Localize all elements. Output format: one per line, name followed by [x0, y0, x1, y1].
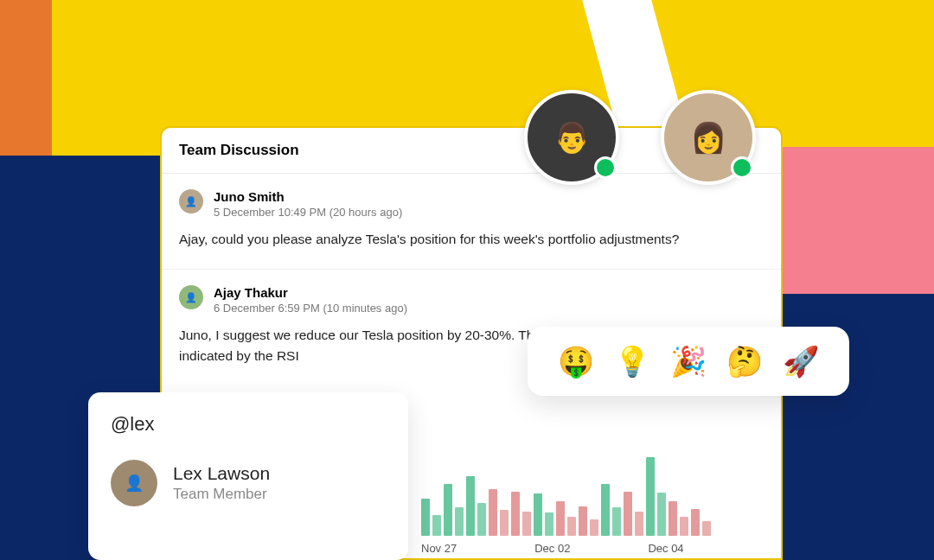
chart-bar: [601, 484, 610, 536]
mention-query[interactable]: @lex: [111, 413, 386, 436]
x-tick: Nov 27: [421, 542, 457, 555]
chart-bar: [511, 492, 520, 536]
chart-bar: [534, 493, 542, 536]
chart-bar: [444, 484, 452, 536]
chart-bar: [556, 501, 565, 536]
chart-bar: [489, 489, 497, 536]
mention-role: Team Member: [173, 486, 270, 503]
chart-bar: [624, 492, 632, 536]
message: 👤 Juno Smith 5 December 10:49 PM (20 hou…: [162, 174, 781, 270]
chart-bar: [680, 517, 688, 536]
chart-bar: [466, 476, 475, 536]
chart-bar: [590, 519, 598, 536]
online-indicator: [594, 156, 617, 179]
chart-bar: [635, 512, 643, 536]
chart-bar: [522, 512, 531, 536]
reaction-money-face-icon[interactable]: 🤑: [558, 344, 594, 379]
chart-bar: [545, 512, 553, 536]
presence-avatar[interactable]: 👨: [524, 90, 619, 185]
chart-bar: [646, 457, 655, 536]
message-timestamp: 6 December 6:59 PM (10 minutes ago): [214, 302, 407, 315]
avatar: 👤: [111, 460, 157, 506]
avatar[interactable]: 👤: [179, 189, 203, 213]
message-author: Juno Smith: [214, 189, 402, 204]
chart-bar: [421, 499, 430, 536]
chart-bar: [567, 517, 576, 536]
message-timestamp: 5 December 10:49 PM (20 hours ago): [214, 206, 402, 219]
chart-bar: [702, 521, 711, 536]
chart-bar: [455, 507, 464, 536]
x-tick: Dec 04: [648, 542, 683, 555]
chart-bar: [432, 515, 441, 536]
reaction-lightbulb-icon[interactable]: 💡: [614, 344, 650, 379]
price-chart: 230.00 220.00 210.00 Nov 27 Dec 02 Dec 0…: [421, 420, 783, 558]
mention-name: Lex Lawson: [173, 463, 270, 484]
avatar[interactable]: 👤: [179, 285, 203, 309]
chart-bar: [579, 506, 587, 536]
chart-bar: [669, 501, 677, 536]
mention-popup: @lex 👤 Lex Lawson Team Member: [88, 392, 408, 560]
reaction-party-popper-icon[interactable]: 🎉: [670, 344, 707, 379]
reaction-picker: 🤑 💡 🎉 🤔 🚀: [528, 327, 849, 396]
x-tick: Dec 02: [534, 542, 570, 555]
mention-result[interactable]: 👤 Lex Lawson Team Member: [111, 460, 386, 506]
message-body: Ajay, could you please analyze Tesla's p…: [179, 229, 764, 250]
message-author: Ajay Thakur: [214, 285, 407, 300]
chart-bar: [691, 509, 700, 536]
reaction-thinking-face-icon[interactable]: 🤔: [726, 344, 763, 379]
reaction-rocket-icon[interactable]: 🚀: [783, 344, 819, 379]
chart-bar: [500, 510, 509, 536]
chart-bar: [657, 493, 666, 536]
chart-bar: [612, 507, 621, 536]
chart-bar: [477, 503, 486, 536]
presence-avatar[interactable]: 👩: [661, 90, 756, 185]
online-indicator: [731, 156, 753, 179]
